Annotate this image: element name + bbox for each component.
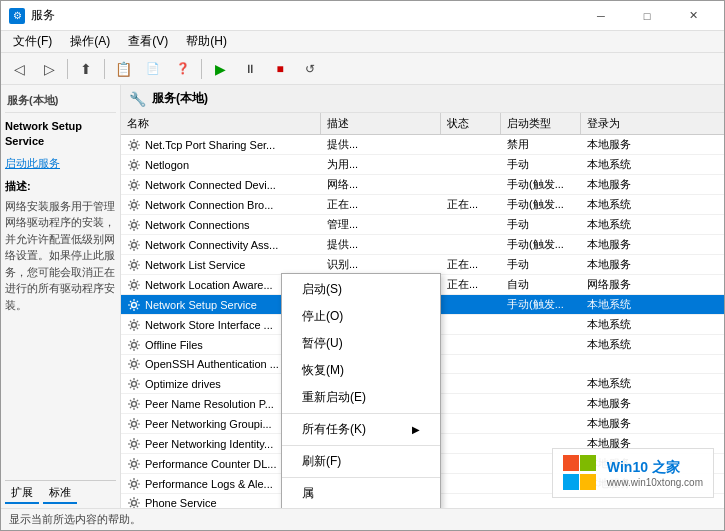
table-cell [501, 414, 581, 433]
service-icon [127, 238, 141, 252]
back-button[interactable]: ◁ [5, 56, 33, 82]
table-cell: 管理... [321, 215, 441, 234]
context-menu-item[interactable]: 暂停(U) [282, 330, 440, 357]
table-cell: 手动 [501, 255, 581, 274]
context-menu-item[interactable]: 刷新(F) [282, 448, 440, 475]
context-menu[interactable]: 启动(S)停止(O)暂停(U)恢复(M)重新启动(E)所有任务(K)▶刷新(F)… [281, 273, 441, 508]
table-row[interactable]: Network Connection Bro...正在...正在...手动(触发… [121, 195, 724, 215]
maximize-button[interactable]: □ [624, 1, 670, 31]
table-cell: 正在... [441, 195, 501, 214]
table-row[interactable]: Netlogon为用...手动本地系统 [121, 155, 724, 175]
stop-service-button[interactable]: ■ [266, 56, 294, 82]
table-cell [441, 175, 501, 194]
restart-service-button[interactable]: ↺ [296, 56, 324, 82]
table-cell: 本地系统 [581, 315, 661, 334]
status-text: 显示当前所选内容的帮助。 [9, 512, 141, 527]
table-cell [501, 335, 581, 354]
table-cell [501, 394, 581, 413]
service-description: 网络安装服务用于管理网络驱动程序的安装，并允许许配置低级别网络设置。如果停止此服… [5, 198, 116, 314]
windows-logo [563, 455, 599, 491]
help-button[interactable]: ❓ [169, 56, 197, 82]
pause-service-button[interactable]: ⏸ [236, 56, 264, 82]
properties-button[interactable]: 📄 [139, 56, 167, 82]
svg-point-1 [132, 162, 137, 167]
table-cell: 禁用 [501, 135, 581, 154]
service-icon [127, 397, 141, 411]
svg-point-14 [132, 421, 137, 426]
table-cell [581, 355, 661, 373]
tab-standard[interactable]: 标准 [43, 483, 77, 504]
watermark-text: Win10 之家 www.win10xtong.com [607, 459, 703, 488]
watermark-title: Win10 之家 [607, 459, 703, 477]
context-menu-item[interactable]: 属 [282, 480, 440, 507]
col-name[interactable]: 名称 [121, 113, 321, 134]
status-bar: 显示当前所选内容的帮助。 [1, 508, 724, 530]
menu-file[interactable]: 文件(F) [5, 31, 60, 52]
start-service-link[interactable]: 启动此服务 [5, 156, 116, 171]
up-button[interactable]: ⬆ [72, 56, 100, 82]
table-row[interactable]: Network Connected Devi...网络...手动(触发...本地… [121, 175, 724, 195]
service-icon [127, 218, 141, 232]
svg-point-0 [132, 142, 137, 147]
menu-action[interactable]: 操作(A) [62, 31, 118, 52]
svg-point-15 [132, 441, 137, 446]
table-cell [441, 355, 501, 373]
table-cell [501, 374, 581, 393]
panel-header-text: 服务(本地) [152, 90, 208, 107]
table-row[interactable]: Network Connectivity Ass...提供...手动(触发...… [121, 235, 724, 255]
window-controls: ─ □ ✕ [578, 1, 716, 31]
service-icon [127, 357, 141, 371]
main-window: ⚙ 服务 ─ □ ✕ 文件(F) 操作(A) 查看(V) 帮助(H) ◁ ▷ ⬆… [0, 0, 725, 531]
tab-extended[interactable]: 扩展 [5, 483, 39, 504]
svg-point-7 [132, 282, 137, 287]
context-menu-item[interactable]: 所有任务(K)▶ [282, 416, 440, 443]
service-icon [127, 278, 141, 292]
svg-point-3 [132, 202, 137, 207]
table-cell: 正在... [441, 255, 501, 274]
context-menu-item[interactable]: 恢复(M) [282, 357, 440, 384]
context-menu-separator [282, 413, 440, 414]
table-cell: 正在... [321, 195, 441, 214]
table-cell [441, 494, 501, 508]
toolbar-separator-1 [67, 59, 68, 79]
service-icon [127, 138, 141, 152]
table-cell: Network Connectivity Ass... [121, 235, 321, 254]
table-cell: 本地服务 [581, 175, 661, 194]
close-button[interactable]: ✕ [670, 1, 716, 31]
table-cell: 本地服务 [581, 235, 661, 254]
table-cell [441, 414, 501, 433]
start-service-button[interactable]: ▶ [206, 56, 234, 82]
minimize-button[interactable]: ─ [578, 1, 624, 31]
panel-header-icon: 🔧 [129, 91, 146, 107]
context-menu-item[interactable]: 重新启动(E) [282, 384, 440, 411]
table-cell: 手动(触发... [501, 195, 581, 214]
col-startup[interactable]: 启动类型 [501, 113, 581, 134]
table-row[interactable]: Network Connections管理...手动本地系统 [121, 215, 724, 235]
table-row[interactable]: Network List Service识别...正在...手动本地服务 [121, 255, 724, 275]
table-cell [441, 434, 501, 453]
context-menu-item[interactable]: 停止(O) [282, 303, 440, 330]
svg-point-13 [132, 401, 137, 406]
svg-point-4 [132, 222, 137, 227]
menu-view[interactable]: 查看(V) [120, 31, 176, 52]
svg-point-8 [132, 302, 137, 307]
table-cell [441, 295, 501, 314]
svg-point-5 [132, 242, 137, 247]
svg-point-10 [132, 342, 137, 347]
table-cell: Network Connected Devi... [121, 175, 321, 194]
col-desc[interactable]: 描述 [321, 113, 441, 134]
table-cell: Net.Tcp Port Sharing Ser... [121, 135, 321, 154]
show-console-tree-button[interactable]: 📋 [109, 56, 137, 82]
service-icon [127, 198, 141, 212]
menu-help[interactable]: 帮助(H) [178, 31, 235, 52]
table-cell: 本地系统 [581, 215, 661, 234]
col-logon[interactable]: 登录为 [581, 113, 661, 134]
service-icon [127, 158, 141, 172]
col-status[interactable]: 状态 [441, 113, 501, 134]
main-content: 服务(本地) Network Setup Service 启动此服务 描述: 网… [1, 85, 724, 508]
forward-button[interactable]: ▷ [35, 56, 63, 82]
table-cell: 提供... [321, 235, 441, 254]
watermark: Win10 之家 www.win10xtong.com [552, 448, 714, 498]
table-row[interactable]: Net.Tcp Port Sharing Ser...提供...禁用本地服务 [121, 135, 724, 155]
context-menu-item[interactable]: 启动(S) [282, 276, 440, 303]
